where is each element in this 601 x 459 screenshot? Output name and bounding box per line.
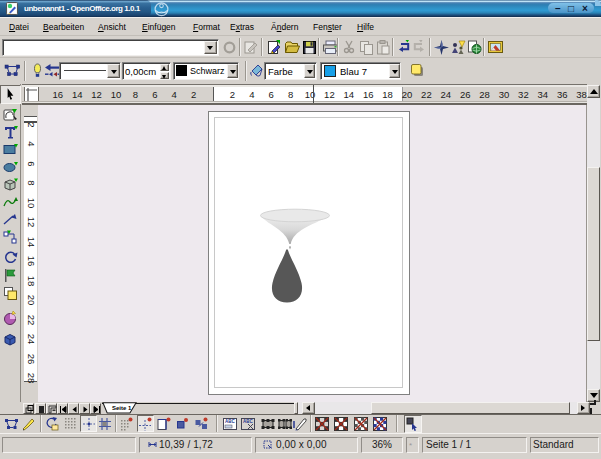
svg-text:ABC: ABC	[225, 419, 235, 424]
svg-text:ABC: ABC	[243, 419, 253, 424]
